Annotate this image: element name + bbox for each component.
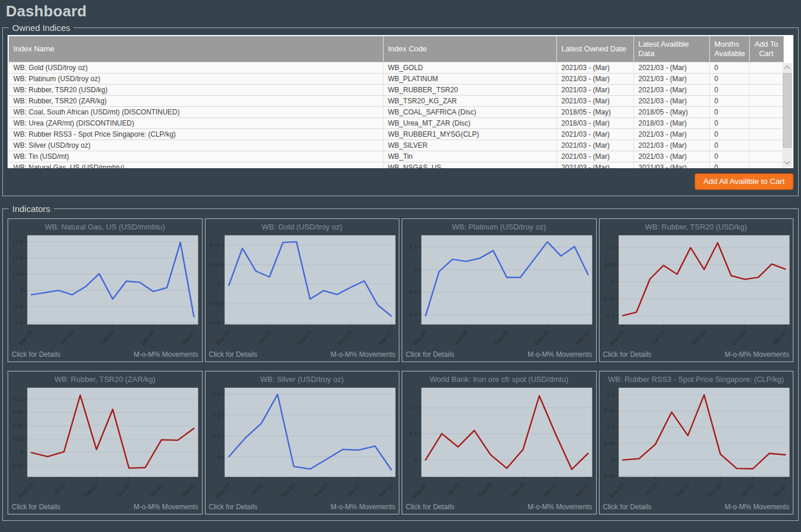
table-row[interactable]: WB: Coal, South African (USD/mt) (DISCON… — [9, 106, 783, 117]
x-tick-label: Jun-20 — [255, 329, 271, 346]
x-tick-label: Jan-21 — [344, 482, 361, 498]
table-row[interactable]: WB: Natural Gas, US (USD/mmbtu)WB_NSGAS_… — [9, 162, 783, 168]
table-cell: WB: Platinum (USD/troy oz) — [9, 73, 383, 84]
scrollbar-thumb[interactable] — [783, 73, 792, 148]
x-tick-label: May-20 — [16, 482, 34, 499]
owned-indices-table-container: Index NameIndex CodeLatest Owned DateLat… — [8, 35, 793, 168]
table-row[interactable]: WB: Rubber, TSR20 (USD/kg)WB_RUBBER_TSR2… — [9, 84, 783, 95]
page-title: Dashboard — [6, 2, 799, 20]
table-cell: WB_Tin — [383, 151, 556, 162]
table-cell: 0 — [709, 140, 749, 151]
table-cell — [749, 73, 783, 84]
x-tick-label: Nov-20 — [114, 482, 131, 499]
indicator-chart-card-wb-platinum-usd-troy-oz[interactable]: WB: Platinum (USD/troy oz)-0.2-0.100.1Ma… — [402, 218, 597, 362]
click-for-details-link[interactable]: Click for Details — [406, 503, 454, 511]
table-cell: 0 — [709, 117, 749, 128]
table-row[interactable]: WB: Tin (USD/mt)WB_Tin2021/03 - (Mar)202… — [9, 151, 783, 162]
chart-canvas: -0.0300.030.060.090.12May-20Jul-20Sep-20… — [8, 385, 202, 502]
table-cell — [749, 128, 783, 140]
table-cell: 2018/03 - (Mar) — [556, 117, 633, 128]
indicator-chart-card-wb-rubber-tsr20-usd-kg[interactable]: WB: Rubber, TSR20 (USD/kg)-0.1-0.0500.05… — [599, 218, 794, 362]
x-tick-label: Sep-20 — [279, 482, 296, 499]
table-cell: 0 — [709, 128, 749, 140]
chart-canvas: -0.0500.050.10.150.2May-20Jul-20Sep-20No… — [600, 385, 793, 502]
click-for-details-link[interactable]: Click for Details — [603, 350, 652, 359]
y-tick-label: 0.05 — [604, 440, 614, 446]
chart-canvas: 00.10.2May-20Jul-20Sep-20Nov-20Jan-21Mar… — [402, 385, 596, 502]
table-cell — [749, 95, 783, 106]
click-for-details-link[interactable]: Click for Details — [209, 503, 257, 511]
mom-movements-label: M-o-M% Movements — [330, 503, 395, 511]
table-cell: 2021/03 - (Mar) — [633, 62, 709, 73]
mom-movements-label: M-o-M% Movements — [134, 350, 198, 359]
chart-canvas: -0.1-0.0500.050.1Mar-20Jun-20Sep-20Dec-2… — [600, 232, 793, 349]
scroll-up-arrow-icon[interactable] — [782, 63, 792, 72]
indicators-section: Indicators WB: Natural Gas, US (USD/mmbt… — [2, 204, 799, 521]
y-tick-label: -0.2 — [408, 312, 417, 318]
table-scrollbar[interactable] — [782, 63, 792, 167]
table-cell: 2021/03 - (Mar) — [556, 73, 633, 84]
chart-title: WB: Rubber, TSR20 (ZAR/kg) — [8, 371, 202, 385]
table-row[interactable]: WB: Silver (USD/troy oz)WB_SILVER2021/03… — [9, 140, 783, 151]
click-for-details-link[interactable]: Click for Details — [12, 503, 60, 511]
x-tick-label: Nov-20 — [312, 482, 329, 499]
table-cell: WB_GOLD — [383, 62, 556, 73]
table-cell: WB_NSGAS_US — [383, 162, 556, 168]
table-row[interactable]: WB: Platinum (USD/troy oz)WB_PLATINUM202… — [9, 73, 783, 84]
indicator-chart-card-wb-rubber-rss3-spot-price-singapore-clp-kg[interactable]: WB: Rubber RSS3 - Spot Price Singapore: … — [599, 371, 794, 514]
table-cell — [749, 140, 783, 151]
y-tick-label: 0.05 — [604, 262, 614, 267]
y-tick-label: 0.6 — [16, 255, 23, 261]
table-cell: 0 — [709, 73, 749, 84]
add-all-to-cart-button[interactable]: Add All Availible to Cart — [695, 173, 793, 190]
table-row[interactable]: WB: Rubber, TSR20 (ZAR/kg)WB_TSR20_KG_ZA… — [9, 95, 783, 106]
table-cell: 2021/03 - (Mar) — [633, 151, 709, 162]
indicator-chart-card-wb-gold-usd-troy-oz[interactable]: WB: Gold (USD/troy oz)-0.06-0.0300.030.0… — [205, 218, 400, 362]
table-cell: 2021/03 - (Mar) — [556, 95, 633, 106]
table-cell — [749, 151, 783, 162]
table-cell: WB: Rubber, TSR20 (USD/kg) — [9, 84, 383, 95]
x-tick-label: Jan-21 — [739, 482, 755, 498]
table-cell: 2018/05 - (May) — [633, 106, 709, 117]
table-row[interactable]: WB: Urea (ZAR/mt) (DISCONTINUED)WB_Urea_… — [9, 117, 783, 128]
chart-canvas: -0.6-0.300.30.60.9Mar-20Jun-20Sep-20Dec-… — [8, 232, 202, 349]
chart-title: WB: Rubber, TSR20 (USD/kg) — [600, 219, 793, 232]
plot-area — [618, 235, 789, 325]
table-cell: 2021/03 - (Mar) — [556, 128, 633, 140]
y-tick-label: -0.05 — [602, 473, 614, 479]
chart-footer: Click for DetailsM-o-M% Movements — [206, 503, 399, 514]
y-tick-label: 0 — [20, 449, 23, 455]
x-tick-label: Jan-21 — [542, 482, 558, 498]
x-tick-label: Mar-21 — [771, 329, 788, 346]
x-tick-label: May-20 — [608, 482, 625, 499]
table-cell — [749, 162, 783, 168]
table-row[interactable]: WB: Gold (USD/troy oz)WB_GOLD2021/03 - (… — [9, 62, 783, 73]
table-cell: 0 — [709, 95, 749, 106]
x-tick-label: Sep-20 — [492, 329, 509, 347]
indicator-chart-card-wb-rubber-tsr20-zar-kg[interactable]: WB: Rubber, TSR20 (ZAR/kg)-0.0300.030.06… — [8, 371, 203, 514]
click-for-details-link[interactable]: Click for Details — [12, 350, 60, 359]
x-tick-label: May-20 — [410, 482, 428, 499]
indicator-chart-card-wb-silver-usd-troy-oz[interactable]: WB: Silver (USD/troy oz)00.10.20.3May-20… — [205, 371, 400, 514]
table-row[interactable]: WB: Rubber RSS3 - Spot Price Singapore: … — [9, 128, 783, 140]
table-cell: WB: Natural Gas, US (USD/mmbtu) — [9, 162, 383, 168]
table-cell — [749, 106, 783, 117]
table-cell: WB_RUBBER_TSR20 — [383, 84, 556, 95]
plot-area — [422, 388, 593, 477]
table-cell: WB: Rubber RSS3 - Spot Price Singapore: … — [9, 128, 383, 140]
indicator-chart-card-wb-natural-gas-us-usd-mmbtu[interactable]: WB: Natural Gas, US (USD/mmbtu)-0.6-0.30… — [8, 218, 203, 362]
indicator-chart-card-world-bank-iron-ore-cfr-spot-usd-dmtu[interactable]: World Bank: Iron ore cfr spot (USD/dmtu)… — [402, 371, 597, 514]
x-tick-label: Jul-20 — [249, 482, 264, 497]
chart-canvas: -0.2-0.100.1Mar-20Jun-20Sep-20Dec-20Mar-… — [402, 232, 596, 349]
click-for-details-link[interactable]: Click for Details — [209, 350, 257, 359]
click-for-details-link[interactable]: Click for Details — [406, 350, 454, 359]
y-tick-label: 0.15 — [604, 408, 614, 414]
scroll-down-arrow-icon[interactable] — [782, 158, 792, 167]
chart-canvas: -0.06-0.0300.030.06Mar-20Jun-20Sep-20Dec… — [206, 232, 399, 349]
table-cell: WB: Tin (USD/mt) — [9, 151, 383, 162]
table-cell: WB: Urea (ZAR/mt) (DISCONTINUED) — [9, 117, 383, 128]
y-tick-label: 0.3 — [213, 391, 220, 397]
x-tick-label: Mar-21 — [377, 482, 393, 499]
plot-area — [224, 388, 395, 477]
click-for-details-link[interactable]: Click for Details — [603, 503, 652, 511]
